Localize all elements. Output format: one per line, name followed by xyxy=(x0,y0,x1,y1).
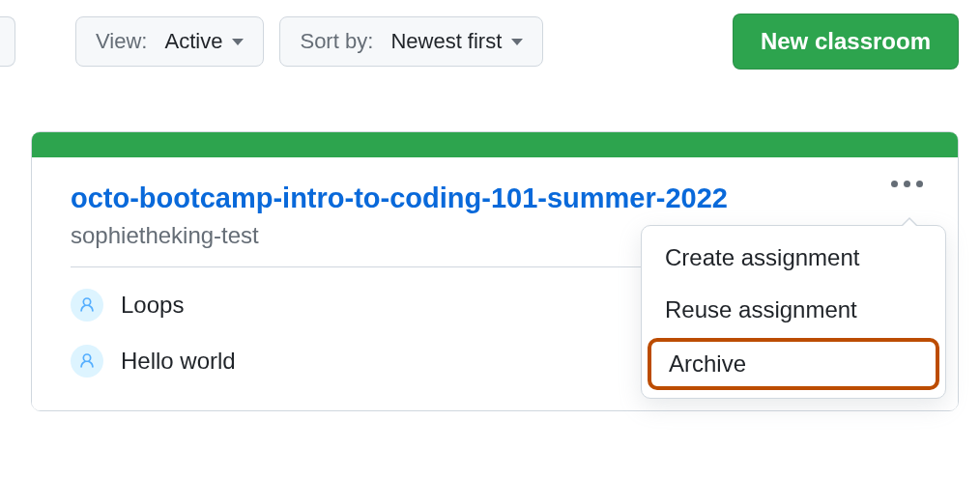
person-icon xyxy=(71,345,103,378)
sort-label: Sort by: xyxy=(300,29,373,54)
menu-item-create-assignment[interactable]: Create assignment xyxy=(642,232,945,284)
assignment-name: Loops xyxy=(121,292,184,319)
kebab-menu-button[interactable] xyxy=(885,175,929,193)
sort-dropdown[interactable]: Sort by: Newest first xyxy=(279,16,543,67)
view-filter-value: Active xyxy=(165,29,223,54)
kebab-dot-icon xyxy=(916,181,923,187)
card-accent-stripe xyxy=(32,132,958,157)
toolbar: View: Active Sort by: Newest first New c… xyxy=(0,0,980,83)
kebab-dot-icon xyxy=(904,181,910,187)
caret-down-icon xyxy=(232,39,244,45)
menu-item-archive[interactable]: Archive xyxy=(648,338,939,390)
menu-item-reuse-assignment[interactable]: Reuse assignment xyxy=(642,284,945,336)
classroom-actions-menu: Create assignment Reuse assignment Archi… xyxy=(641,225,946,399)
sort-value: Newest first xyxy=(390,29,502,54)
assignment-name: Hello world xyxy=(121,348,236,375)
person-icon xyxy=(71,289,103,322)
classroom-title-link[interactable]: octo-bootcamp-intro-to-coding-101-summer… xyxy=(71,182,919,214)
view-filter-dropdown[interactable]: View: Active xyxy=(75,16,264,67)
classroom-card: octo-bootcamp-intro-to-coding-101-summer… xyxy=(31,131,959,411)
new-classroom-button[interactable]: New classroom xyxy=(733,14,959,70)
caret-down-icon xyxy=(511,39,523,45)
kebab-dot-icon xyxy=(891,181,898,187)
view-filter-label: View: xyxy=(96,29,147,54)
toolbar-left-partial xyxy=(0,16,15,67)
